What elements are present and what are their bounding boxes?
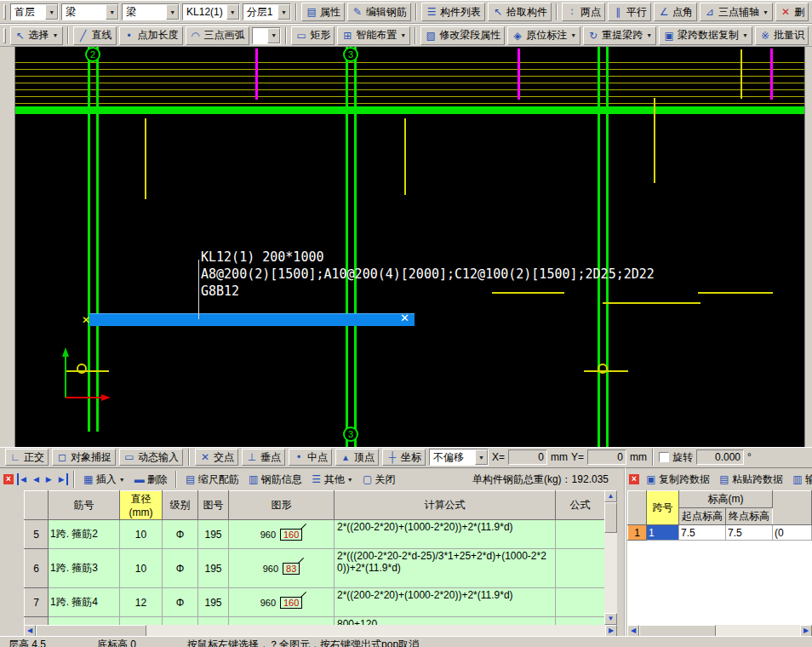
- chevron-down-icon[interactable]: ▼: [277, 4, 290, 20]
- span-table-hscrollbar[interactable]: ◀ ▶: [627, 625, 812, 636]
- scroll-thumb[interactable]: [604, 502, 617, 533]
- formula-cell[interactable]: 2*((200-2*20)+(1000-2*20))+2*(11.9*d): [335, 588, 556, 617]
- formula2-cell[interactable]: [556, 588, 605, 617]
- point-angle-button[interactable]: ∠ 点角: [654, 3, 697, 21]
- insert-row-button[interactable]: ▦ 插入 ▼: [80, 472, 128, 488]
- grid-beam-horizontal[interactable]: [15, 106, 804, 114]
- clipped-cell[interactable]: (0: [773, 525, 812, 541]
- selected-beam[interactable]: [89, 313, 415, 326]
- chevron-down-icon[interactable]: ▼: [763, 9, 769, 15]
- formula-cell[interactable]: 2*(((200-2*20-2*d-25)/3*1+25+2*d)+(1000-…: [335, 549, 556, 588]
- nav-last-button[interactable]: ▶: [57, 473, 68, 485]
- close-icon[interactable]: ×: [629, 474, 639, 484]
- component-list-button[interactable]: ☰ 构件列表: [421, 3, 485, 21]
- chevron-down-icon[interactable]: ▼: [226, 4, 239, 20]
- picno-cell[interactable]: 195: [198, 588, 229, 617]
- chevron-down-icon[interactable]: ▼: [400, 32, 406, 38]
- row-number-cell[interactable]: 7: [25, 588, 49, 617]
- picno-cell[interactable]: 195: [198, 549, 229, 588]
- row-number-cell[interactable]: 5: [25, 520, 49, 549]
- parallel-button[interactable]: ∥ 平行: [608, 3, 651, 21]
- smart-layout-button[interactable]: ⊞ 智能布置 ▼: [337, 26, 410, 45]
- midpoint-snap-toggle[interactable]: • 中点: [289, 449, 332, 466]
- scroll-track[interactable]: [604, 533, 617, 613]
- chevron-down-icon[interactable]: ▼: [742, 32, 748, 38]
- chevron-down-icon[interactable]: ▼: [119, 477, 125, 483]
- formula2-cell[interactable]: [556, 549, 605, 588]
- modify-beam-segment-button[interactable]: ▧ 修改梁段属性: [420, 26, 505, 45]
- toolbar-grip[interactable]: [3, 28, 6, 43]
- row-number-cell[interactable]: 1: [628, 525, 647, 541]
- shape-cell[interactable]: 960 160: [229, 520, 335, 549]
- axis-bubble-top-mid[interactable]: 3: [343, 47, 358, 62]
- axis-bubble-bottom[interactable]: 3: [343, 427, 358, 442]
- rebar-name-cell[interactable]: 1跨. 箍筋2: [49, 520, 120, 549]
- shape-cell[interactable]: 960 83: [229, 549, 335, 588]
- delete-axis-button[interactable]: ✕ 删: [775, 3, 809, 21]
- level-cell[interactable]: Φ: [163, 520, 198, 549]
- end-elevation-cell[interactable]: 7.5: [726, 525, 773, 541]
- diameter-cell[interactable]: 10: [120, 520, 163, 549]
- line-button[interactable]: ╱ 直线: [73, 26, 117, 45]
- rebar-table-hscrollbar[interactable]: ◀ ▶: [24, 625, 617, 636]
- type-combo[interactable]: 梁 ▼: [122, 3, 180, 20]
- floor-combo[interactable]: 首层 ▼: [10, 3, 59, 20]
- chevron-down-icon[interactable]: ▼: [166, 4, 179, 20]
- two-point-button[interactable]: ∶ 两点: [562, 3, 605, 21]
- category-combo[interactable]: 梁 ▼: [61, 3, 119, 20]
- level-cell[interactable]: Φ: [163, 549, 198, 588]
- point-length-button[interactable]: • 点加长度: [119, 26, 183, 45]
- chevron-down-icon[interactable]: ▼: [53, 32, 59, 38]
- close-panel-button[interactable]: ▢ 关闭: [359, 472, 398, 488]
- x-input[interactable]: 0: [508, 449, 547, 465]
- insitu-annotation-button[interactable]: ◈ 原位标注 ▼: [507, 26, 580, 45]
- level-cell[interactable]: Φ: [163, 588, 198, 617]
- rebar-info-button[interactable]: ▥ 钢筋信息: [245, 472, 305, 488]
- rebar-name-cell[interactable]: 1跨. 箍筋3: [49, 549, 120, 588]
- span-data-copy-button[interactable]: ▣ 梁跨数据复制 ▼: [659, 26, 752, 45]
- input-button[interactable]: ▥ 输入: [789, 472, 812, 488]
- edit-rebar-button[interactable]: ✎ 编辑钢筋: [347, 3, 411, 21]
- other-menu-button[interactable]: ☰ 其他 ▼: [308, 472, 356, 488]
- nav-next-button[interactable]: ▶: [44, 473, 54, 485]
- paste-span-data-button[interactable]: ▤ 粘贴跨数据: [716, 472, 786, 488]
- batch-identify-button[interactable]: ※ 批量识: [755, 26, 809, 45]
- layer-combo[interactable]: 分层1 ▼: [243, 3, 291, 20]
- nav-first-button[interactable]: ◀: [17, 473, 28, 485]
- formula2-cell[interactable]: [556, 520, 605, 549]
- offset-mode-combo[interactable]: 不偏移 ▼: [429, 449, 489, 466]
- three-point-arc-button[interactable]: ◠ 三点画弧: [186, 26, 249, 45]
- diameter-cell[interactable]: 12: [120, 588, 163, 617]
- scroll-right-icon[interactable]: ▶: [605, 625, 617, 636]
- re-extract-span-button[interactable]: ↻ 重提梁跨 ▼: [583, 26, 656, 45]
- scroll-thumb[interactable]: [36, 625, 146, 636]
- scroll-track[interactable]: [146, 625, 605, 636]
- ortho-toggle[interactable]: ∟ 正交: [5, 449, 49, 466]
- diameter-cell[interactable]: 10: [120, 549, 163, 588]
- scroll-left-icon[interactable]: ◀: [627, 625, 639, 636]
- arc-mode-combo[interactable]: ▼: [252, 27, 282, 44]
- chevron-down-icon[interactable]: ▼: [475, 449, 488, 465]
- scroll-right-icon[interactable]: ▶: [800, 625, 812, 636]
- three-point-axis-button[interactable]: ⊿ 三点辅轴 ▼: [700, 3, 773, 21]
- rebar-name-cell[interactable]: 1跨. 箍筋4: [49, 588, 120, 617]
- chevron-down-icon[interactable]: ▼: [45, 4, 58, 20]
- vertex-snap-toggle[interactable]: ▴ 顶点: [335, 449, 379, 466]
- axis-bubble-top-left[interactable]: 2: [85, 47, 100, 62]
- scroll-track[interactable]: [716, 625, 800, 636]
- chevron-down-icon[interactable]: ▼: [570, 32, 576, 38]
- scroll-down-icon[interactable]: ▼: [604, 613, 617, 625]
- perpendicular-snap-toggle[interactable]: ⊥ 垂点: [242, 449, 285, 466]
- nav-prev-button[interactable]: ◀: [31, 473, 41, 485]
- rectangle-button[interactable]: ▭ 矩形: [291, 26, 335, 45]
- coordinate-snap-toggle[interactable]: ┼ 坐标: [382, 449, 426, 466]
- element-combo[interactable]: KL12(1) ▼: [182, 3, 240, 20]
- rebar-table-vscrollbar[interactable]: ▲ ▼: [604, 490, 617, 625]
- chevron-down-icon[interactable]: ▼: [347, 477, 353, 483]
- copy-span-data-button[interactable]: ▣ 复制跨数据: [643, 472, 712, 488]
- dynamic-input-toggle[interactable]: ▭ 动态输入: [119, 449, 183, 466]
- span-number-cell[interactable]: 1: [647, 525, 679, 541]
- column-axis-4[interactable]: [598, 47, 609, 447]
- cad-canvas[interactable]: ✕ ✕ KL12(1) 200*1000 A8@200(2)[1500];A10…: [15, 47, 804, 447]
- chevron-down-icon[interactable]: ▼: [106, 4, 118, 20]
